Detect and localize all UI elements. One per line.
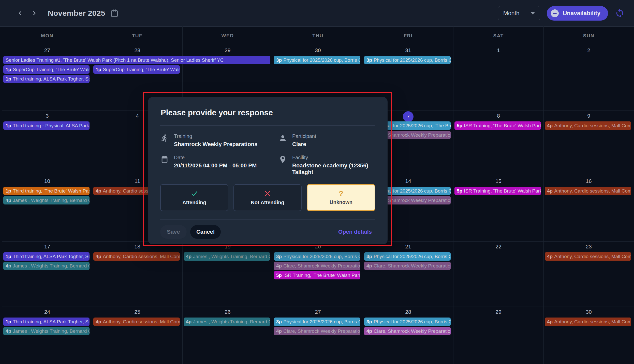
next-month-button[interactable] (28, 8, 40, 19)
field-value: Roadstone Academy (12356) Tallaght (292, 162, 375, 176)
event-chip[interactable]: 4pClare, Shamrock Weekly Preparation (364, 327, 451, 335)
cross-icon (264, 190, 271, 197)
date-number: 3 (46, 113, 49, 119)
date-number: 28 (405, 309, 411, 315)
weekday-label: TUE (92, 26, 183, 45)
event-chip[interactable]: 4pJames , Weights Training, Bernard C (184, 252, 270, 261)
event-chip[interactable]: 4pAnthony, Cardio sessions, Mall Com (545, 252, 631, 261)
event-chip[interactable]: 4pClare, Shamrock Weekly Preparation (364, 262, 451, 270)
date-number: 22 (495, 244, 501, 250)
date-field: Date 20/11/2025 04:00 PM - 05:00 PM (160, 155, 278, 176)
day-cell[interactable]: 273pPhysical for 2025/2026 cup, Borris C… (273, 307, 363, 364)
chevron-down-icon (531, 12, 535, 14)
event-chip[interactable]: 4pAnthony, Cardio sessions, Mall Com (545, 121, 631, 130)
today-date-number: 7 (403, 111, 414, 122)
unavailability-button[interactable]: Unavailability (547, 6, 608, 21)
event-chip[interactable]: 4pClare, Shamrock Weekly Preparation (274, 327, 360, 335)
divider (160, 125, 375, 126)
event-chip[interactable]: 5pISR Training, 'The Brute' Walsh Park (454, 187, 541, 195)
event-chip[interactable]: 4pJames , Weights Training, Bernard C (184, 318, 270, 326)
event-chip[interactable]: 3pPhysical for 2025/2026 cup, Borris C (364, 318, 451, 326)
event-chip[interactable]: 3pPhysical for 2025/2026 cup, Borris C (364, 252, 451, 261)
date-number: 14 (405, 178, 411, 184)
top-bar: November 2025 Month Unavailability (0, 0, 634, 27)
event-chip[interactable]: Senior Ladies Training #1, 'The Brute' W… (3, 56, 270, 64)
divider (160, 219, 375, 219)
day-cell[interactable]: 213pPhysical for 2025/2026 cup, Borris C… (363, 242, 453, 307)
day-cell[interactable]: 29 (453, 307, 544, 364)
day-cell[interactable]: 194pJames , Weights Training, Bernard C (183, 242, 273, 307)
event-chip[interactable]: 5pISR Training, 'The Brute' Walsh Park (454, 121, 541, 130)
date-number: 10 (44, 178, 50, 184)
event-chip[interactable]: 1pThird training, ALSA Park Togher, Ser (3, 318, 90, 326)
event-chip[interactable]: 1pSuperCup Training, 'The Brute' Walsh (93, 65, 180, 74)
date-number: 11 (135, 178, 140, 184)
event-chip[interactable]: 4pAnthony, Cardio sessions, Mall Com (545, 187, 631, 195)
unknown-option[interactable]: ? Unknown (307, 184, 375, 211)
day-cell[interactable]: 283pPhysical for 2025/2026 cup, Borris C… (363, 307, 453, 364)
event-chip[interactable]: 3pPhysical for 2025/2026 cup, Borris C (274, 56, 360, 64)
event-chip[interactable]: 3pPhysical for 2025/2026 cup, Borris C (274, 318, 360, 326)
sync-icon[interactable] (615, 8, 625, 18)
day-cell[interactable]: 171pThird training, ALSA Park Togher, Se… (2, 242, 92, 307)
date-number: 8 (497, 113, 500, 119)
day-cell[interactable]: 155pISR Training, 'The Brute' Walsh Park (453, 176, 544, 242)
field-value: 20/11/2025 04:00 PM - 05:00 PM (174, 162, 257, 169)
day-cell[interactable]: 22 (453, 242, 544, 307)
event-chip[interactable]: 1pThird training, ALSA Park Togher, Ser (3, 252, 90, 261)
day-cell[interactable]: 184pAnthony, Cardio sessions, Mall Com (92, 242, 183, 307)
event-chip[interactable]: 4pJames , Weights Training, Bernard C (3, 327, 90, 335)
day-cell[interactable]: 1 (453, 45, 544, 111)
date-number: 26 (225, 309, 230, 315)
event-chip[interactable]: 4pAnthony, Cardio sessions, Mall Com (545, 318, 631, 326)
participant-field: Participant Clare (278, 133, 375, 148)
date-number: 25 (134, 309, 140, 315)
date-number: 23 (586, 244, 592, 250)
day-cell[interactable]: 164pAnthony, Cardio sessions, Mall Com (544, 176, 634, 242)
event-chip[interactable]: 3pPhysical for 2025/2026 cup, Borris C (274, 252, 360, 261)
response-modal: Please provide your response Training Sh… (148, 97, 388, 244)
day-cell[interactable]: 101pThird training, 'The Brute' Walsh Pa… (2, 176, 92, 242)
event-chip[interactable]: 1pThird training - Physical, ALSA Park T (3, 121, 90, 130)
day-cell[interactable]: 31pThird training - Physical, ALSA Park … (2, 111, 92, 176)
calendar-picker-icon[interactable] (110, 9, 119, 18)
event-chip[interactable]: 4pAnthony, Cardio sessions, Mall Com (93, 252, 180, 261)
event-chip[interactable]: 3pPhysical for 2025/2026 cup, Borris C (364, 56, 451, 64)
weekday-label: MON (2, 26, 92, 45)
date-number: 27 (44, 47, 50, 53)
view-selector-value: Month (503, 10, 520, 17)
event-chip[interactable]: 4pJames , Weights Training, Bernard C (3, 196, 90, 204)
event-chip[interactable]: 1pThird training, ALSA Park Togher, Ser (3, 75, 90, 83)
date-number: 4 (136, 113, 139, 119)
not-attending-option[interactable]: Not Attending (233, 184, 302, 211)
event-chip[interactable]: 1pThird training, 'The Brute' Walsh Park (3, 187, 90, 195)
event-chip[interactable]: 5pISR Training, 'The Brute' Walsh Park (274, 271, 360, 279)
view-selector[interactable]: Month (498, 6, 540, 20)
day-cell[interactable]: 85pISR Training, 'The Brute' Walsh Park (453, 111, 544, 176)
day-cell[interactable]: 241pThird training, ALSA Park Togher, Se… (2, 307, 92, 364)
date-number: 16 (586, 178, 592, 184)
field-value: Shamrock Weekly Preparations (174, 141, 258, 148)
open-details-link[interactable]: Open details (338, 229, 372, 235)
event-chip[interactable]: 1pSuperCup Training, 'The Brute' Walsh (3, 65, 90, 74)
event-chip[interactable]: 4pClare, Shamrock Weekly Preparation (274, 262, 360, 270)
date-number: 24 (44, 309, 50, 315)
cancel-button[interactable]: Cancel (190, 225, 221, 239)
event-chip[interactable]: 4pAnthony, Cardio sessions, Mall Com (93, 318, 180, 326)
day-cell[interactable]: 234pAnthony, Cardio sessions, Mall Com (544, 242, 634, 307)
runner-icon (160, 134, 169, 143)
prev-month-button[interactable] (15, 8, 26, 19)
event-chip[interactable]: 4pJames , Weights Training, Bernard C (3, 262, 90, 270)
weekday-label: SAT (453, 26, 544, 45)
attending-option[interactable]: Attending (160, 184, 228, 211)
day-cell[interactable]: 2 (544, 45, 634, 111)
training-field: Training Shamrock Weekly Preparations (160, 133, 278, 148)
day-cell[interactable]: 254pAnthony, Cardio sessions, Mall Com (92, 307, 183, 364)
day-cell[interactable]: 203pPhysical for 2025/2026 cup, Borris C… (273, 242, 363, 307)
day-cell[interactable]: 94pAnthony, Cardio sessions, Mall Com (544, 111, 634, 176)
day-cell[interactable]: 304pAnthony, Cardio sessions, Mall Com (544, 307, 634, 364)
save-button[interactable]: Save (160, 225, 187, 239)
page-title: November 2025 (48, 9, 105, 18)
day-cell[interactable]: 27Senior Ladies Training #1, 'The Brute'… (2, 45, 92, 111)
day-cell[interactable]: 264pJames , Weights Training, Bernard C (183, 307, 273, 364)
